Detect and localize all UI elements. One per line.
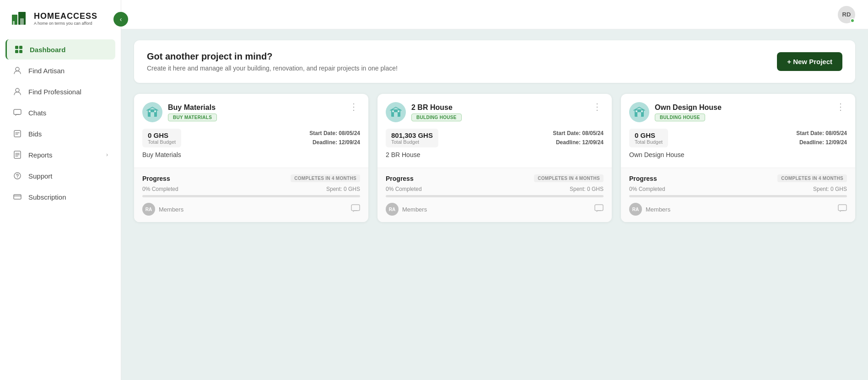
card-details-buy-materials: 0 GHS Total Budget Start Date: 08/05/24 … (142, 129, 360, 147)
spent-2br-house: Spent: 0 GHS (570, 186, 604, 192)
progress-stats-own-design: 0% Completed Spent: 0 GHS (629, 186, 847, 192)
dashboard-icon (14, 45, 23, 54)
main-content: RD Got another project in mind? Create i… (121, 0, 868, 380)
svg-rect-23 (394, 112, 398, 117)
sidebar-item-chats[interactable]: Chats (5, 103, 115, 123)
sidebar-item-bids[interactable]: Bids (5, 124, 115, 144)
topbar: RD (121, 0, 868, 29)
bids-icon (13, 129, 22, 138)
progress-pct-2br-house: 0% Completed (386, 186, 422, 192)
project-card-buy-materials: Buy Materials BUY MATERIALS ⋮ 0 GHS Tota… (134, 94, 368, 222)
member-avatar-2br-house: RA (386, 203, 399, 216)
sidebar-item-support-label: Support (28, 172, 53, 180)
new-project-banner: Got another project in mind? Create it h… (134, 40, 855, 83)
sidebar-item-reports-label: Reports (28, 151, 53, 159)
building-icon-2br (389, 106, 402, 119)
chat-button-2br-house[interactable] (594, 204, 604, 215)
project-card-2br-house: 2 BR House BULDING HOUSE ⋮ 801,303 GHS T… (377, 94, 612, 222)
find-artisan-icon (13, 66, 22, 75)
progress-bar-2br-house (386, 195, 604, 197)
project-title-block-own: Own Design House BULDING HOUSE (655, 103, 722, 121)
card-details-2br-house: 801,303 GHS Total Budget Start Date: 08/… (386, 129, 604, 147)
members-label-own-design: Members (646, 206, 670, 213)
start-date-buy-materials: Start Date: 08/05/24 (309, 129, 360, 138)
card-top-2br-house: 2 BR House BULDING HOUSE ⋮ 801,303 GHS T… (377, 94, 612, 168)
online-dot (850, 18, 855, 23)
svg-point-15 (17, 177, 18, 178)
card-header-buy-materials: Buy Materials BUY MATERIALS ⋮ (142, 102, 360, 122)
svg-rect-7 (15, 50, 18, 53)
members-row-own-design: RA Members (629, 203, 670, 216)
svg-point-9 (16, 67, 19, 71)
sidebar-item-dashboard-label: Dashboard (30, 46, 65, 54)
sidebar-item-bids-label: Bids (28, 130, 42, 138)
progress-label-own-design: Progress (629, 175, 657, 182)
sidebar-item-find-artisan-label: Find Artisan (28, 67, 65, 75)
deadline-own-design: Deadline: 12/09/24 (796, 138, 847, 147)
progress-stats-buy-materials: 0% Completed Spent: 0 GHS (142, 186, 360, 192)
project-card-own-design-house: Own Design House BULDING HOUSE ⋮ 0 GHS T… (621, 94, 855, 222)
sidebar-item-subscription[interactable]: Subscription (5, 187, 115, 207)
sidebar-item-support[interactable]: Support (5, 166, 115, 186)
sidebar-item-dashboard[interactable]: Dashboard (5, 39, 115, 60)
sidebar-item-find-artisan[interactable]: Find Artisan (5, 60, 115, 81)
project-title-block-buy-materials: Buy Materials BUY MATERIALS (168, 103, 217, 121)
card-footer-buy-materials: RA Members (142, 203, 360, 216)
progress-header-2br-house: Progress COMPLETES IN 4 MONTHS (386, 174, 604, 182)
card-header-left-2br: 2 BR House BULDING HOUSE (386, 102, 462, 122)
project-tag-buy-materials: BUY MATERIALS (168, 114, 217, 121)
new-project-button[interactable]: + New Project (777, 52, 842, 71)
card-bottom-2br-house: Progress COMPLETES IN 4 MONTHS 0% Comple… (377, 168, 612, 222)
svg-rect-4 (13, 21, 15, 25)
logo-sub-text: A home on terms you can afford (34, 21, 97, 26)
banner-subtext: Create it here and manage all your build… (147, 65, 398, 72)
completes-badge-2br-house: COMPLETES IN 4 MONTHS (534, 174, 604, 182)
building-icon (146, 106, 159, 119)
budget-block-own-design: 0 GHS Total Budget (629, 129, 668, 147)
start-date-2br-house: Start Date: 08/05/24 (553, 129, 604, 138)
sidebar-nav: Dashboard Find Artisan Find Professional… (0, 35, 121, 380)
members-label-2br-house: Members (402, 206, 427, 213)
reports-chevron-icon: › (106, 152, 108, 158)
deadline-buy-materials: Deadline: 12/09/24 (309, 138, 360, 147)
project-menu-button-2br-house[interactable]: ⋮ (591, 102, 604, 111)
project-tag-2br-house: BULDING HOUSE (411, 114, 462, 121)
spent-own-design: Spent: 0 GHS (813, 186, 847, 192)
svg-rect-20 (154, 110, 156, 112)
project-menu-button-own-design-house[interactable]: ⋮ (834, 102, 847, 111)
sidebar-item-reports[interactable]: Reports › (5, 145, 115, 165)
progress-header-buy-materials: Progress COMPLETES IN 4 MONTHS (142, 174, 360, 182)
svg-rect-3 (20, 18, 24, 25)
progress-bar-own-design (629, 195, 847, 197)
svg-rect-28 (637, 112, 641, 117)
subscription-icon (13, 192, 22, 201)
progress-label-buy-materials: Progress (142, 175, 170, 182)
member-avatar-buy-materials: RA (142, 203, 155, 216)
sidebar-collapse-button[interactable]: ‹ (113, 12, 128, 27)
card-header-left-own: Own Design House BULDING HOUSE (629, 102, 722, 122)
chat-button-own-design[interactable] (838, 204, 847, 215)
project-icon-2br-house (386, 102, 406, 122)
logo-text: HOMEACCESS A home on terms you can affor… (34, 11, 97, 26)
project-menu-button-buy-materials[interactable]: ⋮ (347, 102, 360, 111)
sidebar: HOMEACCESS A home on terms you can affor… (0, 0, 121, 380)
budget-label-buy-materials: Total Budget (148, 139, 176, 145)
card-footer-2br-house: RA Members (386, 203, 604, 216)
chat-button-buy-materials[interactable] (351, 204, 360, 215)
progress-stats-2br-house: 0% Completed Spent: 0 GHS (386, 186, 604, 192)
budget-amount-buy-materials: 0 GHS (148, 131, 176, 139)
card-bottom-buy-materials: Progress COMPLETES IN 4 MONTHS 0% Comple… (134, 168, 368, 222)
project-title-buy-materials: Buy Materials (168, 103, 217, 112)
card-description-2br-house: 2 BR House (386, 151, 604, 161)
deadline-2br-house: Deadline: 12/09/24 (553, 138, 604, 147)
svg-rect-11 (14, 109, 21, 114)
completes-badge-buy-materials: COMPLETES IN 4 MONTHS (291, 174, 360, 182)
card-header-left: Buy Materials BUY MATERIALS (142, 102, 217, 122)
content-area: Got another project in mind? Create it h… (121, 29, 868, 380)
logo-main-text: HOMEACCESS (34, 11, 97, 21)
budget-block-2br-house: 801,303 GHS Total Budget (386, 129, 438, 147)
project-icon-own-design (629, 102, 649, 122)
svg-rect-24 (392, 110, 394, 112)
projects-grid: Buy Materials BUY MATERIALS ⋮ 0 GHS Tota… (134, 94, 855, 222)
sidebar-item-find-professional[interactable]: Find Professional (5, 81, 115, 102)
